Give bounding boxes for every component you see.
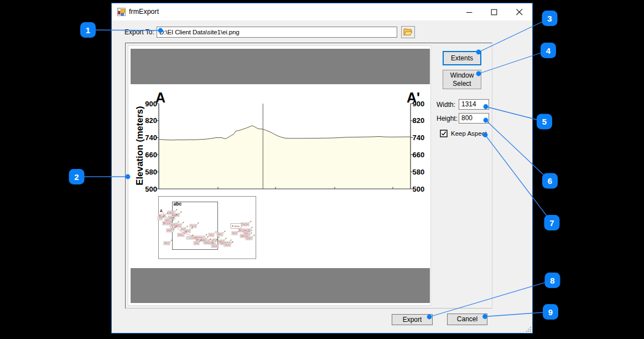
svg-text:TW19: TW19 (190, 225, 196, 228)
svg-text:A': A' (407, 90, 420, 105)
svg-text:Wells: Wells (235, 225, 240, 228)
svg-text:500: 500 (145, 185, 157, 193)
svg-text:6: 6 (548, 176, 552, 186)
svg-text:BH204: BH204 (163, 222, 170, 225)
svg-text:A: A (160, 209, 163, 213)
svg-text:7: 7 (549, 218, 554, 228)
svg-text:2: 2 (74, 172, 79, 182)
svg-text:MW15: MW15 (164, 242, 169, 245)
svg-text:820: 820 (145, 116, 157, 125)
svg-text:4: 4 (546, 46, 551, 55)
svg-text:SW204: SW204 (246, 237, 252, 240)
svg-text:820: 820 (413, 116, 425, 125)
svg-text:9: 9 (548, 307, 553, 317)
svg-text:580: 580 (413, 168, 425, 176)
svg-text:TW3: TW3 (158, 218, 162, 220)
svg-text:1: 1 (86, 25, 90, 35)
svg-text:SW04: SW04 (194, 242, 199, 245)
svg-text:8: 8 (550, 276, 554, 285)
svg-text:3: 3 (547, 14, 552, 23)
svg-text:500: 500 (413, 185, 425, 193)
svg-text:660: 660 (413, 151, 425, 159)
svg-text:MW18: MW18 (232, 232, 237, 235)
svg-text:SW204: SW204 (225, 244, 230, 246)
svg-text:SW140: SW140 (212, 245, 218, 248)
svg-text:MW07: MW07 (167, 229, 173, 232)
svg-text:740: 740 (413, 133, 425, 142)
svg-text:660: 660 (145, 151, 157, 159)
svg-text:740: 740 (145, 133, 157, 142)
svg-text:SW144: SW144 (184, 230, 190, 233)
svg-text:SW22: SW22 (209, 234, 214, 237)
svg-text:MW41: MW41 (217, 233, 222, 236)
svg-text:Elevation (meters): Elevation (meters) (134, 106, 144, 185)
svg-text:A: A (155, 90, 165, 105)
svg-text:abc: abc (174, 201, 182, 207)
svg-text:MW204B1: MW204B1 (205, 242, 215, 244)
svg-text:SW204: SW204 (242, 223, 248, 226)
svg-text:MW11: MW11 (165, 219, 171, 222)
svg-text:T2: T2 (187, 237, 190, 239)
svg-text:5: 5 (542, 117, 547, 126)
svg-text:MW031: MW031 (178, 234, 184, 237)
svg-text:580: 580 (145, 168, 157, 176)
